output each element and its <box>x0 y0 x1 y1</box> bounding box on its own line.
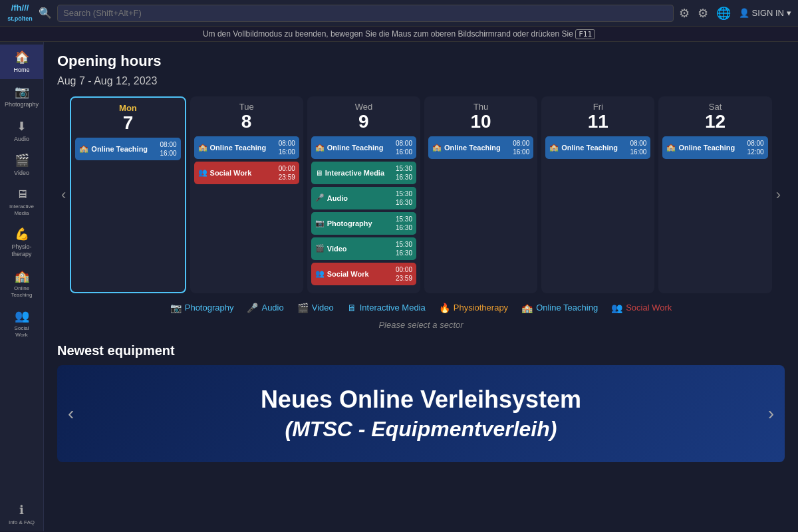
event-name: Social Work <box>327 270 396 278</box>
sector-label: Online Teaching <box>536 303 598 313</box>
flame-icon: 🔥 <box>439 303 450 313</box>
fullscreen-banner: Um den Vollbildmodus zu beenden, bewegen… <box>0 27 798 42</box>
event-time: 08:0016:00 <box>279 139 295 156</box>
search-input[interactable] <box>57 5 674 22</box>
date-range: Aug 7 - Aug 12, 2023 <box>57 75 785 87</box>
opening-hours-title: Opening hours <box>57 53 785 70</box>
social-icon: 👥 <box>198 168 207 177</box>
sidebar-item-label: Photography <box>5 101 39 108</box>
sidebar-item-home[interactable]: 🏠 Home <box>0 45 43 79</box>
sector-label: Social Work <box>626 303 672 313</box>
day-num-sat: 12 <box>662 112 767 132</box>
search-icon[interactable]: 🔍 <box>39 7 52 19</box>
sidebar-item-photography[interactable]: 📷 Photography <box>0 79 43 114</box>
sidebar-item-online-teaching[interactable]: 🏫 OnlineTeaching <box>0 263 43 303</box>
event-interactive-media-wed[interactable]: 🖥 Interactive Media 15:3016:30 <box>311 162 416 184</box>
sidebar-item-audio[interactable]: ⬇ Audio <box>0 114 43 148</box>
sector-online-teaching[interactable]: 🏫 Online Teaching <box>521 303 598 313</box>
sidebar-item-social-work[interactable]: 👥 SocialWork <box>0 303 43 343</box>
sector-label: Physiotherapy <box>454 303 508 313</box>
sector-legend: 📷 Photography 🎤 Audio 🎬 Video 🖥 Interact… <box>57 303 785 313</box>
calendar-grid: Mon 7 🏫 Online Teaching 08:0016:00 Tue 8 <box>70 96 771 293</box>
day-column-thu: Thu 10 🏫 Online Teaching 08:0016:00 <box>424 96 537 293</box>
event-time: 08:0016:00 <box>160 140 177 158</box>
sidebar-item-label: Audio <box>14 136 29 143</box>
nav-icons: ⚙ ⚙ 🌐 👤 SIGN IN ▾ <box>679 6 791 21</box>
event-online-teaching-fri[interactable]: 🏫 Online Teaching 08:0016:00 <box>545 136 650 159</box>
newest-equipment-section: Newest equipment ‹ Neues Online Verleihs… <box>57 343 785 462</box>
event-name: Online Teaching <box>91 145 160 153</box>
day-name-sat: Sat <box>662 102 767 112</box>
sector-audio[interactable]: 🎤 Audio <box>247 303 283 313</box>
event-online-teaching-sat[interactable]: 🏫 Online Teaching 08:0012:00 <box>662 136 767 159</box>
app-layout: 🏠 Home 📷 Photography ⬇ Audio 🎬 Video 🖥 I… <box>0 42 798 531</box>
audio-icon: ⬇ <box>17 119 27 134</box>
sector-social-work[interactable]: 👥 Social Work <box>611 303 672 313</box>
people-icon: 👥 <box>611 303 622 313</box>
banner-next-button[interactable]: › <box>763 403 779 424</box>
event-time: 08:0016:00 <box>396 139 412 156</box>
app-logo: /fh///st.pölten <box>7 3 33 23</box>
calendar-wrapper: ‹ Mon 7 🏫 Online Teaching 08:0016:00 <box>57 96 785 293</box>
event-social-work-tue[interactable]: 👥 Social Work 00:0023:59 <box>194 162 299 184</box>
sidebar-item-label: Physio­therapy <box>3 243 41 258</box>
sector-label: Video <box>312 303 334 313</box>
event-photography-wed[interactable]: 📷 Photography 15:3016:30 <box>311 212 416 235</box>
sector-interactive-media[interactable]: 🖥 Interactive Media <box>347 303 426 313</box>
sector-photography[interactable]: 📷 Photography <box>170 303 234 313</box>
event-online-teaching-mon[interactable]: 🏫 Online Teaching 08:0016:00 <box>75 138 180 160</box>
sidebar-item-video[interactable]: 🎬 Video <box>0 148 43 182</box>
sign-in-button[interactable]: 👤 SIGN IN ▾ <box>739 8 791 18</box>
event-social-work-wed[interactable]: 👥 Social Work 00:0023:59 <box>311 263 416 285</box>
event-video-wed[interactable]: 🎬 Video 15:3016:30 <box>311 237 416 260</box>
banner-prev-button[interactable]: ‹ <box>63 403 79 424</box>
teaching-icon: 🏫 <box>198 143 207 152</box>
banner-line2: (MTSC - Equipmentverleih) <box>285 417 557 441</box>
day-header-fri: Fri 11 <box>545 102 650 132</box>
sector-label: Photography <box>185 303 234 313</box>
event-online-teaching-wed[interactable]: 🏫 Online Teaching 08:0016:00 <box>311 136 416 159</box>
globe-icon[interactable]: 🌐 <box>716 6 731 21</box>
day-num-mon: 7 <box>75 113 180 134</box>
sidebar-item-interactive-media[interactable]: 🖥 InteractiveMedia <box>0 182 43 221</box>
social-icon: 👥 <box>315 269 325 278</box>
mic-icon: 🎤 <box>247 303 258 313</box>
sidebar: 🏠 Home 📷 Photography ⬇ Audio 🎬 Video 🖥 I… <box>0 42 44 531</box>
sector-physiotherapy[interactable]: 🔥 Physiotherapy <box>439 303 508 313</box>
event-name: Online Teaching <box>561 144 630 152</box>
day-name-tue: Tue <box>194 102 299 112</box>
sector-label: Audio <box>261 303 283 313</box>
sidebar-item-physiotherapy[interactable]: 💪 Physio­therapy <box>0 221 43 263</box>
teaching-icon: 🏫 <box>432 143 442 152</box>
main-content: Opening hours Aug 7 - Aug 12, 2023 ‹ Mon… <box>44 42 798 531</box>
event-name: Interactive Media <box>325 169 396 177</box>
audio-icon: 🎤 <box>315 194 325 202</box>
sidebar-item-label: InteractiveMedia <box>9 203 34 216</box>
event-online-teaching-tue[interactable]: 🏫 Online Teaching 08:0016:00 <box>194 136 299 159</box>
event-audio-wed[interactable]: 🎤 Audio 15:3016:30 <box>311 187 416 209</box>
day-name-mon: Mon <box>75 103 180 113</box>
event-time: 08:0016:00 <box>513 139 529 156</box>
monitor-icon: 🖥 <box>16 188 28 201</box>
banner-line1: Neues Online Verleihsystem <box>261 386 581 413</box>
newest-equipment-title: Newest equipment <box>57 343 785 358</box>
event-time: 15:3016:30 <box>396 240 412 257</box>
event-time: 15:3016:30 <box>396 190 412 207</box>
day-header-tue: Tue 8 <box>194 102 299 132</box>
event-time: 00:0023:59 <box>279 164 295 182</box>
teaching-icon: 🏫 <box>15 269 29 283</box>
school-icon: 🏫 <box>521 303 533 313</box>
event-online-teaching-thu[interactable]: 🏫 Online Teaching 08:0016:00 <box>428 136 533 159</box>
sidebar-item-label: Video <box>14 170 29 177</box>
sidebar-item-info-faq[interactable]: ℹ Info & FAQ <box>0 497 43 531</box>
day-num-thu: 10 <box>428 112 533 132</box>
calendar-prev-button[interactable]: ‹ <box>57 186 70 203</box>
calendar-next-button[interactable]: › <box>772 186 785 203</box>
filter-icon[interactable]: ⚙ <box>679 6 690 21</box>
sector-video[interactable]: 🎬 Video <box>297 303 334 313</box>
video-icon: 🎬 <box>315 244 325 253</box>
social-icon: 👥 <box>15 309 29 323</box>
settings-icon[interactable]: ⚙ <box>698 6 708 21</box>
event-time: 08:0016:00 <box>630 139 646 156</box>
physio-icon: 💪 <box>15 227 29 241</box>
